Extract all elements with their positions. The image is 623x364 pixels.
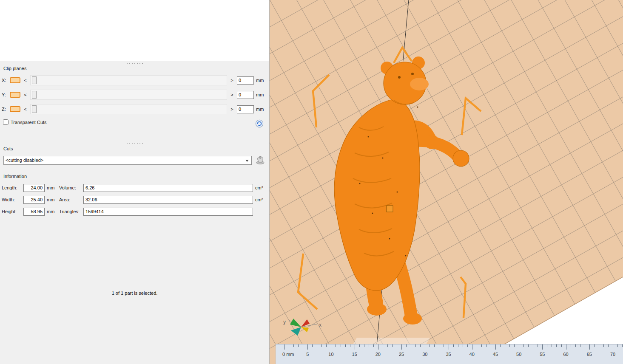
ruler-tick — [326, 344, 327, 347]
ruler-label: 20 — [376, 352, 381, 357]
clip-value-input[interactable] — [237, 105, 254, 113]
ruler-tick — [495, 344, 496, 350]
clip-step-left-button[interactable]: < — [23, 107, 28, 112]
clip-value-input[interactable] — [237, 91, 254, 99]
ruler-tick — [350, 344, 350, 347]
ruler-tick — [477, 344, 477, 347]
panel-divider — [0, 221, 269, 221]
clip-slider[interactable] — [30, 75, 227, 85]
clip-slider[interactable] — [30, 104, 227, 114]
ruler-tick — [355, 344, 355, 350]
height-input[interactable] — [23, 208, 45, 216]
splitter-grip[interactable] — [126, 142, 145, 144]
ruler-tick — [463, 344, 463, 347]
ruler-tick — [608, 344, 609, 347]
clip-axis-label: X: — [2, 78, 8, 83]
clip-step-left-button[interactable]: < — [23, 92, 28, 97]
slice-handle[interactable] — [387, 206, 393, 212]
ruler-tick — [571, 344, 571, 347]
ruler-tick — [345, 344, 346, 347]
info-row: Length: mm Volume: cm³ — [2, 183, 267, 192]
clip-step-right-button[interactable]: > — [229, 92, 235, 97]
ruler-tick — [580, 344, 580, 347]
build-plate[interactable] — [270, 0, 623, 364]
ruler-label: 30 — [422, 352, 427, 357]
clip-unit-label: mm — [256, 78, 266, 83]
ruler-label: 55 — [540, 352, 545, 357]
ruler-tick — [538, 344, 538, 347]
height-unit: mm — [47, 209, 57, 214]
ruler-tick — [613, 344, 613, 350]
width-label: Width: — [2, 197, 21, 202]
gizmo-y-label: y — [283, 319, 286, 325]
ruler-label: 25 — [399, 352, 404, 357]
ruler-tick — [415, 344, 416, 347]
cut-tool-button[interactable] — [254, 155, 266, 166]
clip-row-x: X: < > mm — [2, 75, 266, 86]
ruler-label: 45 — [493, 352, 498, 357]
area-unit: cm² — [255, 197, 267, 202]
length-input[interactable] — [23, 184, 45, 192]
ruler-label: 70 — [610, 352, 615, 357]
ruler-tick — [387, 344, 388, 347]
clip-slider-handle[interactable] — [32, 91, 37, 99]
ruler-tick — [453, 344, 454, 347]
volume-unit: cm³ — [255, 185, 267, 190]
clip-step-right-button[interactable]: > — [229, 107, 235, 112]
clip-slider-handle[interactable] — [32, 105, 37, 113]
triangles-input[interactable] — [83, 208, 253, 216]
ruler-tick — [547, 344, 547, 347]
ruler-label: 65 — [587, 352, 592, 357]
ruler-label: 15 — [352, 352, 357, 357]
viewport-3d[interactable]: y x 0 mm510152025303540455055606570 — [270, 0, 623, 364]
stamp-icon — [255, 155, 266, 165]
cuts-title: Cuts — [3, 146, 13, 151]
clip-slider[interactable] — [30, 90, 227, 100]
reset-clip-button[interactable] — [255, 119, 264, 128]
scene-canvas[interactable]: y x — [270, 0, 623, 364]
ruler-tick — [491, 344, 491, 347]
clip-row-z: Z: < > mm — [2, 104, 266, 115]
volume-input[interactable] — [83, 184, 253, 192]
length-unit: mm — [47, 185, 57, 190]
ruler-tick — [533, 344, 533, 347]
ruler-label: 10 — [328, 352, 333, 357]
transparent-cuts-checkbox[interactable] — [3, 119, 9, 125]
ruler-tick — [467, 344, 468, 347]
cuts-dropdown-value: <cutting disabled> — [6, 158, 43, 163]
clip-axis-label: Y: — [2, 92, 8, 97]
clip-step-right-button[interactable]: > — [229, 78, 235, 83]
clip-color-swatch[interactable] — [10, 106, 20, 112]
ruler-tick — [589, 344, 590, 350]
ruler-tick — [481, 344, 482, 347]
ruler-tick — [284, 344, 284, 350]
clip-row-y: Y: < > mm — [2, 89, 266, 100]
length-label: Length: — [2, 185, 21, 190]
clip-color-swatch[interactable] — [10, 77, 20, 83]
height-label: Height: — [2, 209, 21, 214]
selection-status: 1 of 1 part is selected. — [0, 291, 269, 296]
area-input[interactable] — [83, 196, 253, 204]
ruler-tick — [430, 344, 430, 347]
ruler-tick — [364, 344, 364, 347]
ruler-tick — [585, 344, 585, 347]
clip-color-swatch[interactable] — [10, 92, 20, 98]
width-unit: mm — [47, 197, 57, 202]
parts-list-area — [0, 0, 269, 61]
ruler-tick — [594, 344, 595, 347]
clip-value-input[interactable] — [237, 76, 254, 85]
ruler-tick — [552, 344, 552, 347]
cuts-dropdown[interactable]: <cutting disabled> — [3, 156, 252, 165]
clip-unit-label: mm — [256, 92, 266, 97]
ruler-tick — [420, 344, 421, 347]
ruler-label: 35 — [446, 352, 451, 357]
volume-label: Volume: — [59, 185, 81, 190]
chevron-down-icon — [245, 160, 249, 162]
ruler-tick — [444, 344, 444, 347]
clip-step-left-button[interactable]: < — [23, 78, 28, 83]
ruler-tick — [542, 344, 543, 350]
clip-slider-handle[interactable] — [32, 76, 37, 84]
splitter-grip[interactable] — [126, 62, 145, 64]
width-input[interactable] — [23, 196, 45, 204]
ruler-tick — [336, 344, 336, 347]
